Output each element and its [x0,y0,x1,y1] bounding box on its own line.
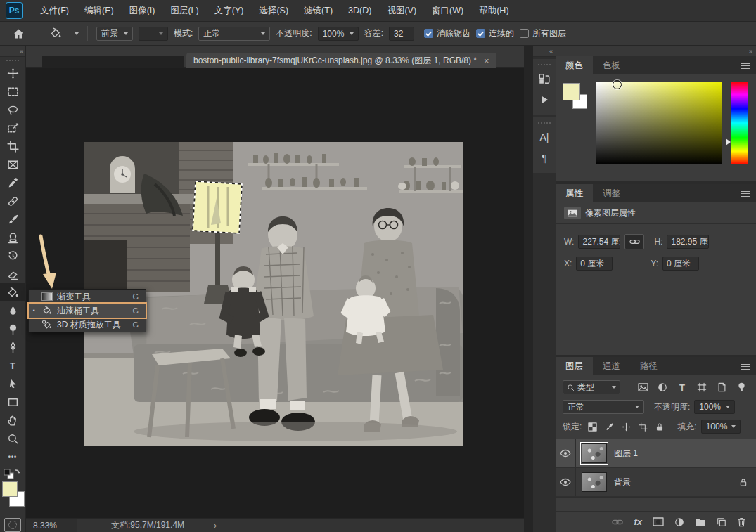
marquee-tool[interactable] [0,82,25,100]
eyedropper-tool[interactable] [0,174,25,192]
clone-stamp-tool[interactable] [0,228,25,247]
hue-slider-marker[interactable] [726,138,731,145]
lock-all-icon[interactable] [653,420,666,433]
tab-adjustments[interactable]: 调整 [593,184,630,202]
flyout-item-paint-bucket-tool[interactable]: ▪ 油漆桶工具 G [29,304,146,318]
panel-menu-icon[interactable] [741,61,750,69]
toolbar-collapse-icon[interactable]: » [0,46,25,57]
tab-color[interactable]: 颜色 [556,56,593,74]
opacity-select[interactable]: 100% [318,27,359,41]
pen-tool[interactable] [0,338,25,356]
tab-paths[interactable]: 路径 [630,357,667,375]
menu-window[interactable]: 窗口(W) [424,5,471,17]
saturation-field[interactable] [596,82,722,164]
new-layer-icon[interactable] [717,517,726,527]
rectangle-tool[interactable] [0,393,25,411]
tolerance-input[interactable]: 32 [389,27,414,41]
menu-select[interactable]: 选择(S) [251,5,296,17]
menu-3d[interactable]: 3D(D) [340,6,379,15]
layer-filter-select[interactable]: 类型 [563,380,620,394]
default-colors-icon[interactable] [4,469,22,480]
filter-toggle-icon[interactable] [733,380,749,394]
lock-transparency-icon[interactable] [586,420,598,433]
flyout-item-3d-material-drop-tool[interactable]: 3D 材质拖放工具 G [29,318,146,332]
quick-mask-icon[interactable] [4,518,21,532]
delete-layer-icon[interactable] [737,517,746,527]
character-panel-icon[interactable]: A| [533,126,556,148]
add-mask-icon[interactable] [653,517,664,526]
chevron-down-icon[interactable] [75,32,79,35]
menu-file[interactable]: 文件(F) [32,5,77,17]
lasso-tool[interactable] [0,100,25,119]
hue-strip[interactable] [731,82,748,164]
menu-edit[interactable]: 编辑(E) [77,5,122,17]
visibility-eye-icon[interactable] [556,439,576,467]
tab-properties[interactable]: 属性 [556,184,593,202]
antialias-checkbox[interactable]: 消除锯齿 [424,27,470,39]
all-layers-checkbox[interactable]: 所有图层 [520,27,566,39]
dock-collapse-icon[interactable]: » [556,46,756,57]
menu-type[interactable]: 文字(Y) [207,5,252,17]
layer-thumbnail[interactable] [582,443,607,463]
lock-pixels-icon[interactable] [603,420,615,433]
filter-shape-layers-icon[interactable] [694,380,710,394]
blur-tool[interactable] [0,301,25,320]
fill-source-select[interactable]: 前景 [96,27,133,41]
history-panel-icon[interactable] [533,68,556,89]
panel-menu-icon[interactable] [741,362,750,370]
move-tool[interactable] [0,64,25,82]
y-field[interactable]: 0 厘米 [662,257,699,271]
history-brush-tool[interactable] [0,247,25,265]
mode-select[interactable]: 正常 [198,27,270,41]
menu-filter[interactable]: 滤镜(T) [296,5,340,17]
link-layers-icon[interactable] [612,519,623,526]
object-selection-tool[interactable] [0,119,25,137]
visibility-eye-icon[interactable] [556,468,576,496]
x-field[interactable]: 0 厘米 [576,257,613,271]
paint-bucket-tool[interactable] [0,283,25,301]
edit-toolbar-icon[interactable]: ••• [0,448,25,466]
hand-tool[interactable] [0,411,25,429]
dodge-tool[interactable] [0,320,25,338]
filter-adjustment-layers-icon[interactable] [655,380,670,394]
brush-tool[interactable] [0,210,25,228]
filter-pixel-layers-icon[interactable] [635,380,651,394]
document-tab[interactable]: boston-public-library-7fsmqjUKrCc-unspla… [186,53,496,68]
layer-name[interactable]: 背景 [614,476,631,488]
healing-brush-tool[interactable] [0,192,25,210]
foreground-color-swatch[interactable] [2,481,18,497]
layers-opacity-select[interactable]: 100% [694,400,735,414]
actions-panel-icon[interactable] [533,89,556,110]
status-expand-icon[interactable]: › [214,521,217,531]
filter-smart-objects-icon[interactable] [714,380,729,394]
new-group-icon[interactable] [695,517,706,526]
home-icon[interactable] [8,25,28,42]
lock-position-icon[interactable] [620,420,632,433]
type-tool[interactable]: T [0,356,25,375]
layer-style-fx-icon[interactable]: fx [634,517,642,527]
flyout-item-gradient-tool[interactable]: 渐变工具 G [29,290,146,304]
color-swatches[interactable] [1,481,25,512]
eraser-tool[interactable] [0,265,25,283]
close-icon[interactable]: × [484,56,489,66]
foreground-color-swatch[interactable] [563,83,580,100]
panel-menu-icon[interactable] [741,189,750,197]
menu-image[interactable]: 图像(I) [122,5,163,17]
menu-layer[interactable]: 图层(L) [162,5,206,17]
menu-help[interactable]: 帮助(H) [471,5,516,17]
tab-layers[interactable]: 图层 [556,357,593,375]
zoom-tool[interactable] [0,429,25,448]
fill-select[interactable]: 100% [701,420,741,434]
tab-channels[interactable]: 通道 [593,357,630,375]
color-cursor[interactable] [613,80,622,89]
height-field[interactable]: 182.95 厘米 [667,235,709,249]
filter-type-layers-icon[interactable]: T [674,380,690,394]
pattern-swatch-select[interactable] [139,27,168,41]
width-field[interactable]: 227.54 厘米 [578,235,620,249]
link-dimensions-icon[interactable] [624,234,644,249]
layer-row-layer1[interactable]: 图层 1 [556,439,756,468]
zoom-level-field[interactable]: 8.33% [26,519,77,532]
lock-artboard-icon[interactable] [636,420,649,433]
layer-name[interactable]: 图层 1 [614,448,638,460]
frame-tool[interactable] [0,155,25,174]
